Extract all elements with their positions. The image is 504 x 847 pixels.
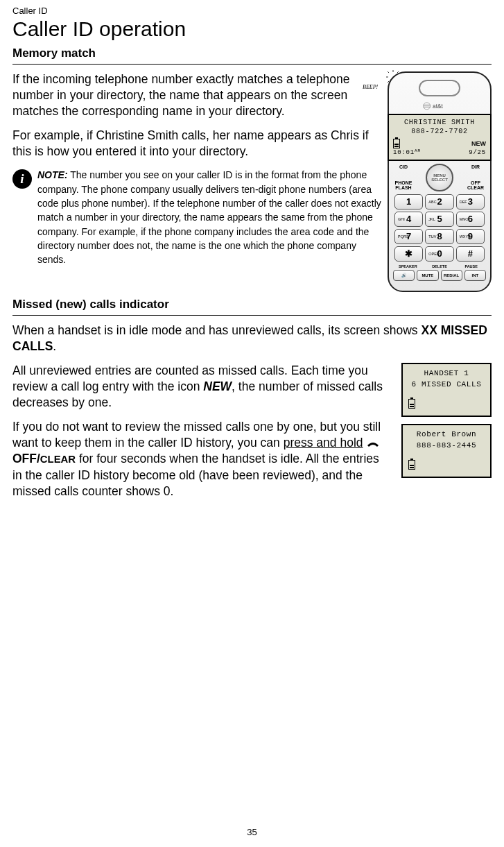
key-6[interactable]: MNO6 [456, 212, 485, 227]
key-star[interactable]: ✱ [394, 246, 423, 262]
svg-text:at&t: at&t [433, 103, 443, 110]
battery-icon [408, 399, 415, 409]
mute-key[interactable]: MUTE [417, 270, 438, 281]
key-2[interactable]: ABC2 [425, 194, 453, 209]
section1-para2: For example, if Christine Smith calls, h… [12, 128, 382, 160]
lcd-name: CHRISTINE SMITH [390, 118, 489, 128]
page-title: Caller ID operation [12, 17, 492, 41]
nav-row: CID PHONE FLASH MENU SELECT DIR OFF CLEA… [393, 164, 486, 191]
divider [12, 64, 492, 65]
key-5[interactable]: JKL5 [425, 212, 453, 227]
section2-para3: If you do not want to review the missed … [12, 419, 392, 499]
key-4[interactable]: GHI4 [394, 212, 423, 227]
divider [12, 315, 492, 316]
page-number: 35 [0, 827, 504, 837]
int-key[interactable]: INT [464, 270, 486, 281]
earpiece [419, 80, 460, 96]
note-label: NOTE: [37, 169, 68, 180]
redial-key[interactable]: REDIAL [441, 270, 462, 281]
battery-icon [393, 139, 400, 148]
phone-flash-label: PHONE FLASH [394, 180, 412, 190]
lcd-time: 10:01AM [393, 148, 421, 157]
note-block: i NOTE: The number you see on your calle… [12, 168, 382, 266]
key-pound[interactable]: # [456, 246, 485, 262]
section1-heading: Memory match [12, 46, 492, 60]
key-8[interactable]: TUV8 [425, 229, 453, 244]
lcd-number: 888-722-7702 [390, 127, 489, 137]
mini-lcd2-line1: Robert Brown [406, 429, 487, 440]
mini-lcd1-line1: HANDSET 1 [406, 368, 487, 379]
cid-label: CID [394, 164, 412, 169]
section2-heading: Missed (new) calls indicator [12, 298, 492, 311]
section2-para2: All unreviewed entries are counted as mi… [12, 363, 392, 411]
key-7[interactable]: PQRS7 [394, 229, 423, 244]
battery-icon [408, 460, 415, 470]
menu-select-dpad[interactable]: MENU SELECT [426, 164, 453, 191]
key-9[interactable]: WXYZ9 [456, 229, 485, 244]
speaker-key[interactable]: 🔊 [393, 270, 415, 281]
mini-lcd1-line2: 6 MISSED CALLS [406, 379, 487, 391]
dir-label: DIR [467, 164, 485, 169]
lcd-screen: CHRISTINE SMITH 888-722-7702 NEW 10:01AM… [388, 114, 492, 161]
note-text: NOTE: The number you see on your caller … [37, 168, 382, 266]
soft-key-row: 🔊 MUTE REDIAL INT [393, 270, 486, 281]
lcd-date: 9/25 [469, 148, 486, 157]
key-1[interactable]: 1 [394, 194, 423, 209]
off-clear-label: OFF CLEAR [467, 180, 485, 190]
section2-para1: When a handset is in idle mode and has u… [12, 323, 492, 354]
section1-para1: If the incoming telephone number exactly… [12, 71, 382, 119]
mini-lcd2-line2: 888-883-2445 [406, 440, 487, 452]
key-3[interactable]: DEF3 [456, 194, 485, 209]
info-icon: i [12, 169, 32, 189]
phone-icon [366, 440, 380, 447]
mini-lcd-1: HANDSET 1 6 MISSED CALLS [401, 363, 492, 417]
brand-logo: at&t [393, 102, 486, 112]
bottom-labels: SPEAKER DELETE PAUSE [393, 264, 486, 268]
keypad: 1 ABC2 DEF3 GHI4 JKL5 MNO6 PQRS7 TUV8 WX… [393, 193, 486, 263]
mini-lcd-2: Robert Brown 888-883-2445 [401, 424, 492, 478]
phone-handset: at&t CHRISTINE SMITH 888-722-7702 NEW 10… [388, 71, 492, 292]
header-label: Caller ID [12, 6, 492, 16]
key-0[interactable]: OPER0 [425, 246, 453, 262]
lcd-new-label: NEW [471, 139, 486, 148]
